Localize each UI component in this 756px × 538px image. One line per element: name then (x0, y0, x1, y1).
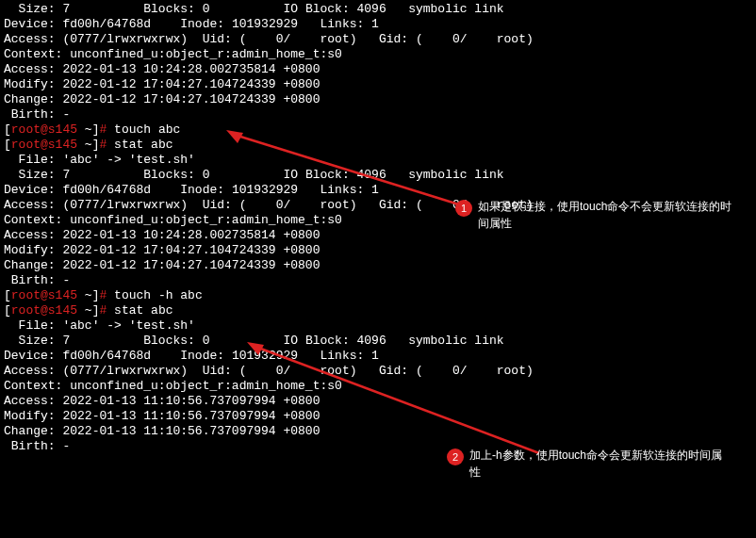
shell-prompt-stat2[interactable]: [root@s145 ~]# stat abc (4, 303, 752, 318)
stat-line: Modify: 2022-01-13 11:10:56.737097994 +0… (4, 409, 752, 424)
stat-line: Context: unconfined_u:object_r:admin_hom… (4, 379, 752, 394)
stat-line: Access: (0777/lrwxrwxrwx) Uid: ( 0/ root… (4, 32, 752, 47)
stat-line: Change: 2022-01-13 11:10:56.737097994 +0… (4, 424, 752, 439)
stat-line: Change: 2022-01-12 17:04:27.104724339 +0… (4, 258, 752, 273)
stat-line: Modify: 2022-01-12 17:04:27.104724339 +0… (4, 243, 752, 258)
annotation-2: 2 加上-h参数，使用touch命令会更新软连接的时间属性 (447, 447, 733, 481)
stat-line: File: 'abc' -> 'test.sh' (4, 153, 752, 168)
stat-line: Access: 2022-01-13 11:10:56.737097994 +0… (4, 394, 752, 409)
stat-line: Access: 2022-01-13 10:24:28.002735814 +0… (4, 62, 752, 77)
stat-line: Access: (0777/lrwxrwxrwx) Uid: ( 0/ root… (4, 364, 752, 379)
annotation-text: 加上-h参数，使用touch命令会更新软连接的时间属性 (469, 447, 733, 481)
annotation-marker-icon: 1 (455, 200, 472, 217)
stat-line: Size: 7 Blocks: 0 IO Block: 4096 symboli… (4, 168, 752, 183)
stat-line: Context: unconfined_u:object_r:admin_hom… (4, 47, 752, 62)
annotation-marker-icon: 2 (447, 448, 464, 465)
shell-prompt-stat[interactable]: [root@s145 ~]# stat abc (4, 138, 752, 153)
stat-line: Device: fd00h/64768d Inode: 101932929 Li… (4, 17, 752, 32)
stat-line: Birth: - (4, 107, 752, 122)
stat-line: Device: fd00h/64768d Inode: 101932929 Li… (4, 349, 752, 364)
shell-prompt-touch-h[interactable]: [root@s145 ~]# touch -h abc (4, 288, 752, 303)
stat-line: File: 'abc' -> 'test.sh' (4, 318, 752, 334)
stat-line: Size: 7 Blocks: 0 IO Block: 4096 symboli… (4, 334, 752, 349)
shell-prompt-touch[interactable]: [root@s145 ~]# touch abc (4, 122, 752, 138)
stat-line: Change: 2022-01-12 17:04:27.104724339 +0… (4, 92, 752, 107)
stat-line: Device: fd00h/64768d Inode: 101932929 Li… (4, 183, 752, 198)
annotation-1: 1 如果是软连接，使用touch命令不会更新软连接的时间属性 (455, 198, 742, 232)
stat-line: Size: 7 Blocks: 0 IO Block: 4096 symboli… (4, 2, 752, 17)
stat-line: Birth: - (4, 273, 752, 288)
stat-line: Modify: 2022-01-12 17:04:27.104724339 +0… (4, 77, 752, 92)
annotation-text: 如果是软连接，使用touch命令不会更新软连接的时间属性 (478, 198, 742, 232)
